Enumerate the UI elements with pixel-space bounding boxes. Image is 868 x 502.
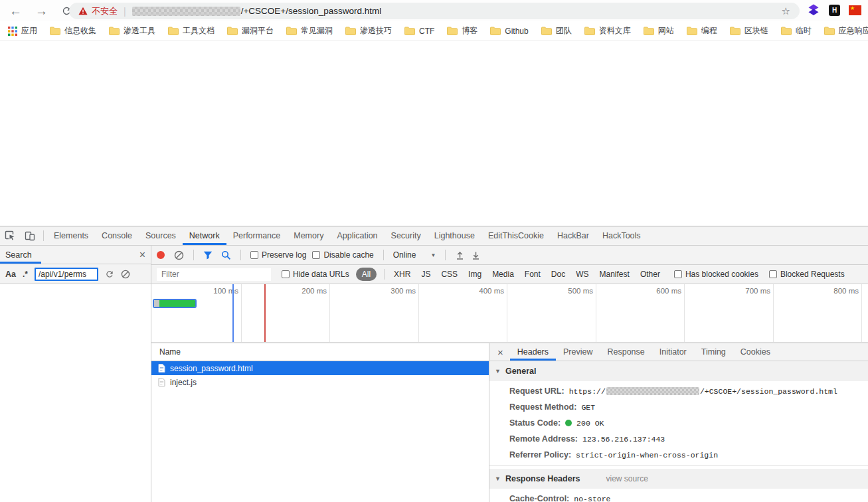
devtools-tab-elements[interactable]: Elements [47, 226, 95, 245]
inspect-element-icon[interactable] [0, 230, 20, 241]
name-column-header[interactable]: Name [151, 343, 489, 361]
bookmark-item[interactable]: 博客 [447, 25, 477, 37]
details-tab-headers[interactable]: Headers [510, 343, 556, 361]
filter-funnel-icon[interactable] [203, 251, 213, 260]
bookmark-item[interactable]: 临时 [781, 25, 812, 37]
devtools-tab-console[interactable]: Console [95, 226, 139, 245]
header-value: no-store [574, 495, 610, 502]
record-icon[interactable] [157, 251, 165, 259]
search-refresh-icon[interactable] [105, 270, 114, 279]
devtools-tab-lighthouse[interactable]: Lighthouse [428, 226, 481, 245]
bookmark-item[interactable]: 工具文档 [168, 25, 215, 37]
bookmark-item[interactable]: 团队 [541, 25, 572, 37]
folder-icon [109, 27, 120, 35]
has-blocked-cookies-checkbox[interactable]: Has blocked cookies [674, 270, 758, 279]
security-warning-label[interactable]: 不安全 [92, 5, 118, 17]
filter-type-xhr[interactable]: XHR [392, 268, 412, 280]
bookmark-label: 网站 [658, 25, 674, 37]
details-tab-timing[interactable]: Timing [694, 343, 733, 361]
bookmark-item[interactable]: 资料文库 [584, 25, 631, 37]
bookmark-item[interactable]: 应急响应中 [824, 25, 868, 37]
details-tab-response[interactable]: Response [600, 343, 651, 361]
bookmark-item[interactable]: 渗透工具 [109, 25, 155, 37]
filter-type-ws[interactable]: WS [574, 268, 590, 280]
details-tab-initiator[interactable]: Initiator [652, 343, 694, 361]
checkbox-icon[interactable] [674, 270, 682, 278]
checkbox-icon[interactable] [769, 270, 777, 278]
blocked-requests-checkbox[interactable]: Blocked Requests [769, 270, 845, 279]
checkbox-icon[interactable] [250, 251, 258, 259]
flag-extension-icon[interactable]: ★ [849, 5, 861, 15]
address-bar[interactable]: 不安全 | /+CSCOE+/session_password.html ☆ [69, 3, 800, 19]
forward-icon[interactable]: → [35, 5, 48, 17]
folder-icon [541, 27, 552, 35]
timeline-overview[interactable]: 100 ms 200 ms 300 ms 400 ms 500 ms 600 m… [151, 284, 868, 343]
throttling-dropdown[interactable]: Online ▼ [393, 250, 436, 260]
regex-toggle[interactable]: .* [23, 270, 28, 279]
url-path[interactable]: /+CSCOE+/session_password.html [241, 6, 382, 16]
details-tab-cookies[interactable]: Cookies [733, 343, 778, 361]
request-row-inject-js[interactable]: inject.js [151, 375, 489, 389]
hackbar-extension-icon[interactable]: H [829, 5, 840, 16]
view-source-link[interactable]: view source [606, 474, 648, 483]
filter-type-img[interactable]: Img [466, 268, 483, 280]
devtools-tab-performance[interactable]: Performance [226, 226, 288, 245]
search-controls: Aa .* [0, 264, 151, 284]
device-toolbar-icon[interactable] [20, 230, 40, 241]
bookmark-item[interactable]: 区块链 [730, 25, 768, 37]
filter-input[interactable] [157, 268, 271, 281]
disable-cache-checkbox[interactable]: Disable cache [312, 250, 373, 260]
filter-type-css[interactable]: CSS [439, 268, 460, 280]
response-headers-section-header[interactable]: ▼ Response Headers view source [489, 469, 868, 489]
bookmark-item[interactable]: 渗透技巧 [345, 25, 392, 37]
bookmark-label: CTF [419, 27, 434, 36]
devtools-tab-editthiscookie[interactable]: EditThisCookie [481, 226, 551, 245]
bookmark-item[interactable]: 编程 [687, 25, 717, 37]
request-row-session-password[interactable]: session_password.html [151, 361, 489, 375]
devtools-tab-hacktools[interactable]: HackTools [596, 226, 648, 245]
checkbox-icon[interactable] [312, 251, 320, 259]
search-input[interactable] [35, 268, 98, 281]
devtools-tab-hackbar[interactable]: HackBar [551, 226, 596, 245]
bookmark-item[interactable]: 漏洞平台 [227, 25, 274, 37]
filter-type-all[interactable]: All [356, 268, 377, 281]
folder-icon [490, 27, 501, 35]
clear-icon[interactable] [174, 250, 184, 260]
filter-type-doc[interactable]: Doc [549, 268, 567, 280]
bookmarks-bar: 应用 信息收集 渗透工具 工具文档 漏洞平台 常见漏洞 渗透技巧 CTF 博客 … [0, 21, 868, 41]
import-har-icon[interactable] [455, 250, 465, 260]
header-label: Referrer Policy: [509, 450, 571, 460]
bookmark-apps[interactable]: 应用 [8, 25, 37, 37]
filter-type-other[interactable]: Other [638, 268, 662, 280]
devtools-tab-sources[interactable]: Sources [139, 226, 183, 245]
export-har-icon[interactable] [471, 250, 481, 260]
diamond-extension-icon[interactable] [807, 3, 820, 17]
checkbox-icon[interactable] [282, 270, 290, 278]
devtools-tab-network[interactable]: Network [183, 226, 226, 245]
filter-type-font[interactable]: Font [523, 268, 543, 280]
search-clear-icon[interactable] [121, 270, 130, 279]
close-details-icon[interactable]: × [489, 347, 510, 358]
filter-type-media[interactable]: Media [490, 268, 516, 280]
details-tab-preview[interactable]: Preview [556, 343, 600, 361]
devtools-tab-application[interactable]: Application [330, 226, 384, 245]
close-icon[interactable]: × [139, 249, 145, 261]
bookmark-item[interactable]: CTF [404, 27, 434, 36]
bookmark-star-icon[interactable]: ☆ [782, 5, 790, 17]
overview-request-bar[interactable] [153, 299, 197, 308]
devtools-tab-memory[interactable]: Memory [287, 226, 330, 245]
filter-type-js[interactable]: JS [419, 268, 432, 280]
hide-data-urls-checkbox[interactable]: Hide data URLs [282, 270, 349, 279]
bookmark-item[interactable]: Github [490, 27, 528, 36]
bookmark-item[interactable]: 信息收集 [50, 25, 96, 37]
preserve-log-checkbox[interactable]: Preserve log [250, 250, 306, 260]
bookmark-item[interactable]: 网站 [644, 25, 674, 37]
filter-type-manifest[interactable]: Manifest [598, 268, 632, 280]
match-case-toggle[interactable]: Aa [5, 270, 16, 279]
search-network-icon[interactable] [221, 250, 231, 260]
devtools-tab-security[interactable]: Security [385, 226, 428, 245]
bookmark-item[interactable]: 常见漏洞 [286, 25, 333, 37]
back-icon[interactable]: ← [9, 5, 22, 17]
warning-triangle-icon[interactable] [78, 7, 88, 15]
general-section-header[interactable]: ▼ General [489, 361, 868, 381]
